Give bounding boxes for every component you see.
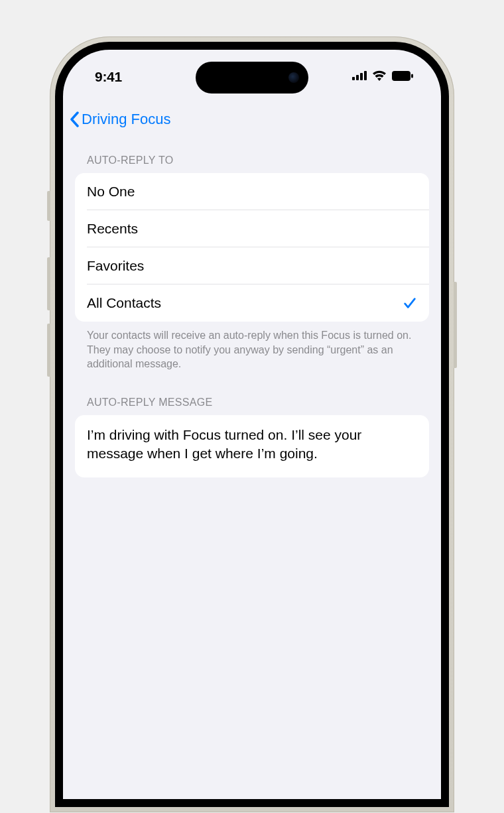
svg-rect-1 bbox=[356, 75, 359, 80]
auto-reply-to-list: No One Recents Favorites All Contacts bbox=[75, 173, 429, 322]
option-label: Favorites bbox=[87, 258, 144, 274]
svg-rect-0 bbox=[352, 77, 355, 80]
svg-rect-3 bbox=[364, 71, 367, 80]
nav-bar: Driving Focus bbox=[63, 103, 441, 136]
option-no-one[interactable]: No One bbox=[75, 173, 429, 210]
option-label: No One bbox=[87, 184, 135, 200]
svg-rect-2 bbox=[360, 73, 363, 80]
content: Auto-Reply To No One Recents Favorites bbox=[63, 149, 441, 799]
status-time: 9:41 bbox=[95, 69, 122, 85]
iphone-bezel: 9:41 Driving Focus bbox=[55, 42, 449, 807]
volume-down-button bbox=[47, 324, 50, 377]
front-camera bbox=[288, 72, 299, 83]
battery-icon bbox=[392, 71, 413, 84]
auto-reply-message-header: Auto-Reply Message bbox=[75, 391, 429, 415]
auto-reply-message-field[interactable]: I’m driving with Focus turned on. I’ll s… bbox=[75, 415, 429, 478]
back-label: Driving Focus bbox=[82, 111, 170, 128]
cellular-icon bbox=[352, 71, 367, 83]
option-favorites[interactable]: Favorites bbox=[75, 247, 429, 284]
option-all-contacts[interactable]: All Contacts bbox=[75, 284, 429, 322]
wifi-icon bbox=[372, 70, 387, 84]
svg-rect-4 bbox=[392, 71, 410, 81]
iphone-frame: 9:41 Driving Focus bbox=[50, 36, 454, 812]
option-recents[interactable]: Recents bbox=[75, 210, 429, 247]
auto-reply-to-footer: Your contacts will receive an auto-reply… bbox=[75, 322, 429, 371]
auto-reply-to-header: Auto-Reply To bbox=[75, 149, 429, 173]
screen: 9:41 Driving Focus bbox=[63, 50, 441, 799]
back-button[interactable]: Driving Focus bbox=[70, 111, 170, 128]
chevron-left-icon bbox=[70, 111, 79, 127]
dynamic-island bbox=[196, 62, 308, 94]
power-button bbox=[454, 282, 457, 368]
status-icons bbox=[352, 70, 413, 84]
option-label: All Contacts bbox=[87, 295, 161, 311]
auto-reply-message-text: I’m driving with Focus turned on. I’ll s… bbox=[87, 427, 361, 461]
svg-rect-5 bbox=[411, 74, 413, 78]
checkmark-icon bbox=[403, 296, 417, 310]
option-label: Recents bbox=[87, 221, 138, 237]
mute-switch bbox=[47, 191, 50, 221]
volume-up-button bbox=[47, 257, 50, 310]
